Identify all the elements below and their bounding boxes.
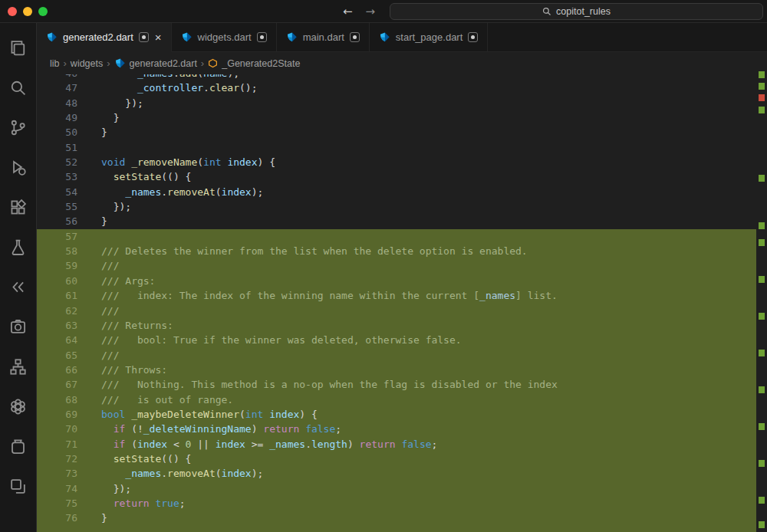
- code-text[interactable]: void _removeName(int index) {: [101, 155, 275, 169]
- line-number[interactable]: 59: [37, 258, 77, 273]
- line-number[interactable]: 62: [37, 304, 77, 318]
- tab-main-dart[interactable]: main.dart: [277, 23, 370, 51]
- search-icon[interactable]: [0, 67, 37, 107]
- overview-ruler-mark-added: [759, 107, 765, 113]
- line-number[interactable]: 70: [37, 422, 77, 436]
- code-text[interactable]: return true;: [101, 496, 186, 511]
- code-text[interactable]: _controller.clear();: [101, 80, 258, 95]
- line-number[interactable]: 50: [37, 125, 77, 140]
- line-number[interactable]: 57: [37, 229, 77, 244]
- line-number[interactable]: 60: [37, 274, 77, 288]
- code-text[interactable]: ///: [101, 304, 119, 318]
- tab-generated2-dart[interactable]: generated2.dart×: [37, 23, 172, 52]
- code-text[interactable]: _names.removeAt(index);: [101, 466, 263, 481]
- ai-assistant-icon[interactable]: [0, 386, 37, 426]
- code-text[interactable]: }: [101, 125, 107, 140]
- line-number[interactable]: 63: [37, 318, 77, 333]
- breadcrumb-item-_Generated2State[interactable]: _Generated2State: [208, 58, 300, 69]
- collapse-chevrons-icon[interactable]: [0, 267, 37, 307]
- code-text[interactable]: /// index: The index of the winning name…: [101, 288, 558, 303]
- line-number[interactable]: 47: [37, 80, 77, 95]
- code-text[interactable]: /// Throws:: [101, 363, 167, 377]
- code-text[interactable]: });: [101, 96, 143, 110]
- line-number[interactable]: 66: [37, 363, 77, 377]
- line-number[interactable]: 64: [37, 333, 77, 347]
- code-text[interactable]: /// Deletes the winner from the list whe…: [101, 244, 528, 258]
- code-text[interactable]: _names.removeAt(index);: [101, 185, 263, 199]
- overview-ruler[interactable]: [756, 74, 767, 532]
- code-text[interactable]: setState(() {: [101, 452, 191, 466]
- code-text[interactable]: setState(() {: [101, 169, 191, 184]
- code-line: 60/// Args:: [37, 274, 767, 288]
- line-number[interactable]: 76: [37, 511, 77, 525]
- line-number[interactable]: 68: [37, 392, 77, 407]
- editor[interactable]: 46 _names.add(name);47 _controller.clear…: [37, 74, 767, 532]
- minimize-window-button[interactable]: [23, 7, 32, 16]
- code-text[interactable]: }: [101, 110, 119, 125]
- testing-icon[interactable]: [0, 227, 37, 267]
- container-icon[interactable]: [0, 426, 37, 466]
- code-text[interactable]: });: [101, 199, 131, 214]
- breadcrumb-item-generated2-dart[interactable]: generated2.dart: [114, 57, 197, 69]
- close-window-button[interactable]: [8, 7, 17, 16]
- line-number[interactable]: 54: [37, 185, 77, 199]
- code-text[interactable]: /// is out of range.: [101, 392, 233, 407]
- line-number[interactable]: 69: [37, 407, 77, 422]
- line-number[interactable]: 72: [37, 452, 77, 466]
- line-number[interactable]: 67: [37, 377, 77, 392]
- code-text[interactable]: /// Args:: [101, 274, 155, 288]
- modified-indicator[interactable]: [468, 32, 478, 42]
- code-text[interactable]: }: [101, 511, 107, 525]
- line-number[interactable]: 52: [37, 155, 77, 169]
- line-number[interactable]: 53: [37, 169, 77, 184]
- modified-indicator[interactable]: [350, 32, 360, 42]
- nav-forward-icon[interactable]: →: [366, 5, 376, 18]
- line-number[interactable]: 75: [37, 496, 77, 511]
- code-text[interactable]: ///: [101, 348, 119, 363]
- tab-widgets-dart[interactable]: widgets.dart: [172, 23, 277, 51]
- line-number[interactable]: 71: [37, 437, 77, 452]
- code-text[interactable]: ///: [101, 258, 119, 273]
- line-number[interactable]: [37, 526, 77, 532]
- remote-windows-icon[interactable]: [0, 466, 37, 506]
- screenshot-icon[interactable]: [0, 307, 37, 346]
- explorer-icon[interactable]: [0, 28, 37, 67]
- line-number[interactable]: 51: [37, 140, 77, 155]
- code-text[interactable]: _names.add(name);: [101, 74, 239, 80]
- breadcrumb-separator: ›: [197, 57, 208, 69]
- nav-back-icon[interactable]: ←: [343, 5, 353, 18]
- code-text[interactable]: if (!_deleteWinningName) return false;: [101, 422, 341, 436]
- code-text[interactable]: bool _maybeDeleteWinner(int index) {: [101, 407, 318, 422]
- modified-indicator[interactable]: [139, 32, 149, 42]
- code-text[interactable]: /// Nothing. This method is a no-op when…: [101, 377, 558, 392]
- source-control-icon[interactable]: [0, 107, 37, 147]
- code-text[interactable]: /// bool: True if the winner was deleted…: [101, 333, 462, 347]
- command-center-search[interactable]: copitot_rules: [390, 3, 763, 20]
- code-text[interactable]: if (index < 0 || index >= _names.length)…: [101, 437, 437, 452]
- overview-ruler-mark-added: [759, 71, 765, 78]
- close-icon[interactable]: ×: [155, 31, 162, 43]
- line-number[interactable]: 65: [37, 348, 77, 363]
- line-number[interactable]: 61: [37, 288, 77, 303]
- breadcrumb-separator: ›: [103, 57, 114, 69]
- zoom-window-button[interactable]: [38, 7, 48, 16]
- tab-start_page-dart[interactable]: start_page.dart: [370, 23, 488, 51]
- extensions-icon[interactable]: [0, 187, 37, 227]
- run-debug-icon[interactable]: [0, 147, 37, 187]
- line-number[interactable]: 74: [37, 481, 77, 496]
- code-text[interactable]: });: [101, 481, 131, 496]
- vscode-window: ← → copitot_rules generated2.dart×widget…: [0, 0, 767, 532]
- breadcrumb-item-lib[interactable]: lib: [50, 58, 60, 69]
- code-text[interactable]: /// Returns:: [101, 318, 173, 333]
- hierarchy-icon[interactable]: [0, 346, 37, 386]
- line-number[interactable]: 55: [37, 199, 77, 214]
- line-number[interactable]: 48: [37, 96, 77, 110]
- line-number[interactable]: 58: [37, 244, 77, 258]
- line-number[interactable]: 73: [37, 466, 77, 481]
- line-number[interactable]: 46: [37, 74, 77, 80]
- line-number[interactable]: 56: [37, 214, 77, 228]
- breadcrumb-item-widgets[interactable]: widgets: [71, 58, 103, 69]
- code-text[interactable]: }: [101, 214, 107, 228]
- line-number[interactable]: 49: [37, 110, 77, 125]
- modified-indicator[interactable]: [257, 32, 267, 42]
